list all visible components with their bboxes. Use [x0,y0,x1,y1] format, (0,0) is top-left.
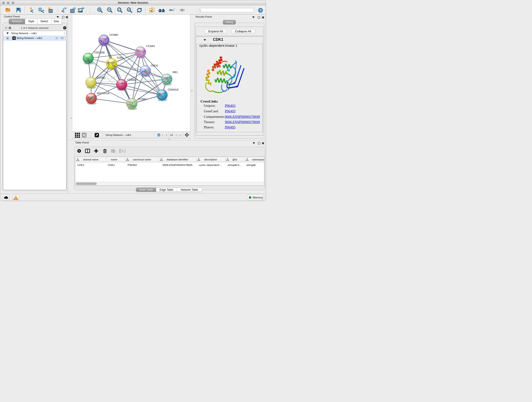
svg-text:HIST1H1A: HIST1H1A [97,92,109,95]
svg-text:CDC25B: CDC25B [94,51,105,54]
svg-text:CCNA2: CCNA2 [127,78,136,81]
svg-text:CDKN1A: CDKN1A [168,88,179,91]
svg-text:RB1: RB1 [173,71,178,74]
svg-text:CDC6: CDC6 [151,64,158,67]
svg-text:CCNA1: CCNA1 [146,45,155,47]
svg-text:CDK1: CDK1 [117,56,124,59]
svg-text:CCNB1: CCNB1 [97,76,106,79]
svg-text:?: ? [259,8,261,12]
svg-text:CCNE1: CCNE1 [138,98,147,100]
svg-text:CCNB2: CCNB2 [109,33,119,36]
